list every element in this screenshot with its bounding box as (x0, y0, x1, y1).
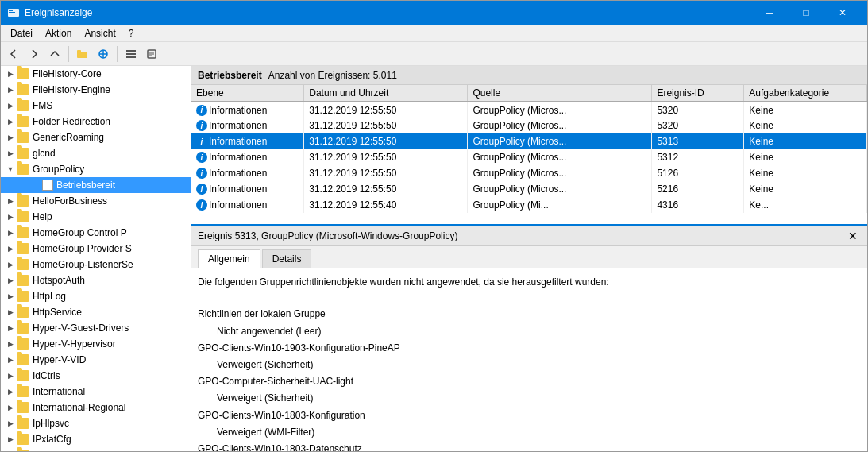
table-row-2[interactable]: iInformationen31.12.2019 12:55:50GroupPo… (191, 133, 867, 149)
tree-expander-4[interactable]: ▶ (4, 131, 17, 144)
tree-expander-1[interactable]: ▶ (4, 83, 17, 96)
tree-label-17: Hyper-V-Hypervisor (33, 338, 116, 350)
folder-icon-8 (17, 195, 29, 207)
tree-expander-0[interactable]: ▶ (4, 68, 17, 80)
tree-expander-3[interactable]: ▶ (4, 115, 17, 128)
cell-datetime-1: 31.12.2019 12:55:50 (304, 118, 468, 133)
cell-level-4: iInformationen (191, 165, 304, 181)
level-text-4: Informationen (209, 168, 267, 179)
sidebar-item-16[interactable]: ▶Hyper-V-Guest-Drivers (1, 320, 191, 336)
sidebar-item-15[interactable]: ▶HttpService (1, 304, 191, 320)
right-panel: Betriebsbereit Anzahl von Ereignissen: 5… (191, 66, 867, 451)
menu-help[interactable]: ? (122, 26, 141, 41)
sidebar-item-2[interactable]: ▶FMS (1, 98, 191, 114)
main-content: ▶FileHistory-Core▶FileHistory-Engine▶FMS… (1, 66, 867, 451)
detail-close-button[interactable]: ✕ (845, 228, 861, 244)
sidebar-item-21[interactable]: ▶International-Regional (1, 400, 191, 415)
tree-expander-22[interactable]: ▶ (4, 417, 17, 430)
tree-expander-2[interactable]: ▶ (4, 99, 17, 112)
col-eventid[interactable]: Ereignis-ID (652, 85, 744, 102)
tree-label-11: HomeGroup Provider S (33, 243, 132, 254)
col-datetime[interactable]: Datum und Uhrzeit (304, 85, 468, 102)
sidebar-item-23[interactable]: ▶IPxlatCfg (1, 431, 191, 447)
cell-category-2: Keine (744, 133, 867, 149)
sidebar-item-9[interactable]: ▶Help (1, 209, 191, 225)
sidebar-item-1[interactable]: ▶FileHistory-Engine (1, 82, 191, 98)
info-icon-3: i (196, 152, 207, 163)
sidebar-item-17[interactable]: ▶Hyper-V-Hypervisor (1, 336, 191, 352)
cell-source-4: GroupPolicy (Micros... (468, 165, 652, 181)
tree-label-9: Help (33, 211, 52, 222)
back-button[interactable] (4, 44, 23, 64)
close-button[interactable]: ✕ (824, 1, 861, 25)
properties-button[interactable] (142, 44, 161, 64)
table-row-4[interactable]: iInformationen31.12.2019 12:55:50GroupPo… (191, 165, 867, 181)
tree-expander-19[interactable]: ▶ (4, 369, 17, 382)
tree-expander-6[interactable]: ▼ (4, 163, 17, 176)
sidebar-tree: ▶FileHistory-Core▶FileHistory-Engine▶FMS… (1, 66, 191, 451)
tree-expander-7[interactable] (29, 179, 42, 191)
tree-expander-9[interactable]: ▶ (4, 211, 17, 223)
col-category[interactable]: Aufgabenkategorie (744, 85, 867, 102)
sidebar-item-14[interactable]: ▶HttpLog (1, 288, 191, 304)
filter-button[interactable] (94, 44, 113, 64)
sidebar-item-19[interactable]: ▶IdCtrls (1, 368, 191, 384)
sidebar-item-20[interactable]: ▶International (1, 384, 191, 400)
view-button[interactable] (122, 44, 141, 64)
sidebar-item-24[interactable]: ▶KdsSvc (1, 447, 191, 451)
tree-expander-14[interactable]: ▶ (4, 290, 17, 303)
tree-expander-18[interactable]: ▶ (4, 353, 17, 366)
minimize-button[interactable]: ─ (751, 1, 788, 25)
sidebar-item-0[interactable]: ▶FileHistory-Core (1, 66, 191, 82)
table-row-1[interactable]: iInformationen31.12.2019 12:55:50GroupPo… (191, 118, 867, 133)
sidebar-item-13[interactable]: ▶HotspotAuth (1, 272, 191, 288)
menu-ansicht[interactable]: Ansicht (78, 26, 122, 41)
col-source[interactable]: Quelle (468, 85, 652, 102)
tree-expander-17[interactable]: ▶ (4, 338, 17, 350)
tree-expander-24[interactable]: ▶ (4, 449, 17, 451)
sidebar-item-7[interactable]: ≡Betriebsbereit (1, 177, 191, 193)
tab-allgemein[interactable]: Allgemein (198, 249, 260, 268)
cell-category-6: Ke... (744, 197, 867, 213)
svg-rect-3 (9, 14, 14, 14)
sidebar-item-11[interactable]: ▶HomeGroup Provider S (1, 241, 191, 257)
table-row-3[interactable]: iInformationen31.12.2019 12:55:50GroupPo… (191, 149, 867, 165)
sidebar-item-18[interactable]: ▶Hyper-V-VID (1, 352, 191, 368)
sidebar-item-6[interactable]: ▼GroupPolicy (1, 161, 191, 177)
tree-expander-11[interactable]: ▶ (4, 242, 17, 255)
tree-expander-5[interactable]: ▶ (4, 147, 17, 160)
tab-details[interactable]: Details (262, 249, 312, 268)
sidebar-item-22[interactable]: ▶IpHlpsvc (1, 415, 191, 431)
table-row-0[interactable]: iInformationen31.12.2019 12:55:50GroupPo… (191, 102, 867, 118)
menu-datei[interactable]: Datei (4, 26, 39, 41)
sidebar-item-8[interactable]: ▶HelloForBusiness (1, 193, 191, 209)
tree-expander-16[interactable]: ▶ (4, 322, 17, 334)
table-row-6[interactable]: iInformationen31.12.2019 12:55:40GroupPo… (191, 197, 867, 213)
table-row-5[interactable]: iInformationen31.12.2019 12:55:50GroupPo… (191, 181, 867, 197)
tree-expander-21[interactable]: ▶ (4, 401, 17, 414)
cell-level-3: iInformationen (191, 149, 304, 165)
sidebar-item-3[interactable]: ▶Folder Redirection (1, 114, 191, 129)
tree-expander-20[interactable]: ▶ (4, 385, 17, 398)
tree-expander-8[interactable]: ▶ (4, 195, 17, 207)
col-level[interactable]: Ebene (191, 85, 304, 102)
tree-expander-15[interactable]: ▶ (4, 306, 17, 319)
folder-button[interactable] (73, 44, 92, 64)
tree-expander-10[interactable]: ▶ (4, 226, 17, 239)
sidebar-item-4[interactable]: ▶GenericRoaming (1, 129, 191, 145)
folder-icon-0 (17, 68, 29, 79)
sidebar-item-5[interactable]: ▶glcnd (1, 145, 191, 161)
svg-rect-4 (77, 52, 87, 58)
up-button[interactable] (45, 44, 64, 64)
tree-expander-12[interactable]: ▶ (4, 258, 17, 271)
tree-expander-13[interactable]: ▶ (4, 274, 17, 287)
folder-icon-14 (17, 291, 29, 302)
sidebar-item-10[interactable]: ▶HomeGroup Control P (1, 225, 191, 241)
menu-aktion[interactable]: Aktion (39, 26, 78, 41)
sidebar-item-12[interactable]: ▶HomeGroup-ListenerSe (1, 257, 191, 272)
tree-label-21: International-Regional (33, 402, 125, 413)
maximize-button[interactable]: □ (788, 1, 824, 25)
forward-button[interactable] (25, 44, 44, 64)
tree-expander-23[interactable]: ▶ (4, 433, 17, 446)
window-title: Ereignisanzeige (25, 7, 92, 18)
